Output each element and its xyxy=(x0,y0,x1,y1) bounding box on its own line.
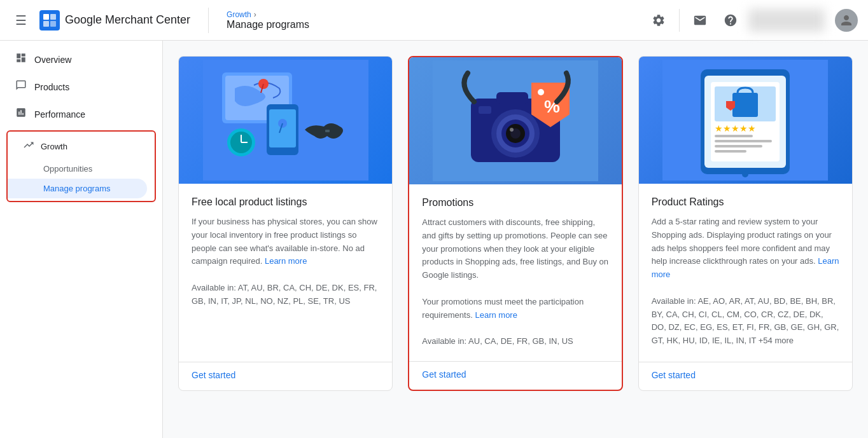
illustration-local xyxy=(179,57,392,184)
settings-button[interactable] xyxy=(646,8,671,33)
learn-more-link-local[interactable]: Learn more xyxy=(265,256,307,266)
help-button[interactable] xyxy=(718,8,743,33)
growth-icon xyxy=(23,139,34,154)
svg-text:★★★★★: ★★★★★ xyxy=(715,123,756,133)
mail-button[interactable] xyxy=(687,8,713,33)
growth-label: Growth xyxy=(41,142,67,151)
svg-rect-1 xyxy=(50,14,56,20)
breadcrumb-parent[interactable]: Growth xyxy=(227,10,251,19)
svg-point-39 xyxy=(742,171,748,177)
card-image-ratings: ★★★★★ xyxy=(639,57,852,184)
menu-icon[interactable]: ☰ xyxy=(10,8,32,33)
card-free-local: Free local product listings If your busi… xyxy=(178,56,393,391)
card-image-promotions: % xyxy=(409,57,621,184)
sidebar-item-manage-programs[interactable]: Manage programs xyxy=(8,179,147,198)
get-started-button-promotions[interactable]: Get started xyxy=(422,369,466,380)
svg-rect-37 xyxy=(715,145,762,147)
products-icon xyxy=(15,79,27,94)
header-right xyxy=(646,8,858,33)
app-header: ☰ Google Merchant Center Growth › Manage… xyxy=(0,0,868,41)
card-desc-promotions: Attract customers with discounts, free s… xyxy=(422,216,608,348)
header-left: ☰ Google Merchant Center Growth › Manage… xyxy=(10,8,309,33)
card-body-ratings: Product Ratings Add a 5-star rating and … xyxy=(639,184,852,362)
svg-rect-0 xyxy=(43,14,49,20)
svg-rect-15 xyxy=(325,130,330,132)
sidebar-item-products[interactable]: Products xyxy=(0,73,155,100)
card-footer-free-local: Get started xyxy=(179,362,392,390)
sidebar: Overview Products Performance xyxy=(0,41,163,438)
overview-icon xyxy=(15,52,27,67)
svg-point-26 xyxy=(538,89,544,95)
svg-rect-24 xyxy=(496,92,528,104)
card-body-free-local: Free local product listings If your busi… xyxy=(179,184,392,362)
card-product-ratings: ★★★★★ Product Ratings xyxy=(638,56,853,391)
sidebar-item-performance[interactable]: Performance xyxy=(0,100,155,128)
breadcrumb: Growth › Manage programs xyxy=(227,10,309,31)
card-title-promotions: Promotions xyxy=(422,197,608,209)
card-title-free-local: Free local product listings xyxy=(192,196,379,208)
header-icon-divider xyxy=(679,9,680,32)
card-title-ratings: Product Ratings xyxy=(652,196,839,208)
card-desc-ratings: Add a 5-star rating and review system to… xyxy=(652,216,839,349)
get-started-button-local[interactable]: Get started xyxy=(192,370,235,380)
card-desc-free-local: If your business has physical stores, yo… xyxy=(192,216,379,349)
breadcrumb-chevron-icon: › xyxy=(254,10,256,19)
main-content: Free local product listings If your busi… xyxy=(163,41,868,438)
logo-text: Google Merchant Center xyxy=(65,13,190,27)
svg-rect-3 xyxy=(50,21,56,27)
growth-section: Growth Opportunities Manage programs xyxy=(6,130,156,202)
svg-point-23 xyxy=(510,128,514,132)
illustration-ratings: ★★★★★ xyxy=(639,57,852,184)
card-footer-ratings: Get started xyxy=(639,362,852,390)
svg-rect-35 xyxy=(715,135,753,137)
logo-icon xyxy=(39,10,60,31)
card-image-free-local xyxy=(179,57,392,184)
svg-rect-38 xyxy=(715,150,746,153)
overview-label: Overview xyxy=(34,55,71,65)
svg-rect-25 xyxy=(479,106,491,114)
illustration-promotions: % xyxy=(409,57,621,184)
products-label: Products xyxy=(34,82,69,92)
cards-grid: Free local product listings If your busi… xyxy=(178,56,853,391)
svg-rect-36 xyxy=(715,140,772,142)
card-footer-promotions: Get started xyxy=(409,361,621,390)
logo: Google Merchant Center xyxy=(39,10,190,31)
get-started-button-ratings[interactable]: Get started xyxy=(652,370,696,380)
performance-icon xyxy=(15,107,27,121)
svg-rect-33 xyxy=(732,93,758,117)
card-promotions: % Promotions Attract customers with disc… xyxy=(408,56,622,391)
sidebar-item-opportunities[interactable]: Opportunities xyxy=(8,159,147,179)
sidebar-item-growth[interactable]: Growth xyxy=(8,134,155,159)
app-body: Overview Products Performance xyxy=(0,41,868,438)
manage-programs-label: Manage programs xyxy=(43,184,111,193)
sidebar-item-overview[interactable]: Overview xyxy=(0,46,155,73)
svg-rect-2 xyxy=(43,21,49,27)
breadcrumb-top: Growth › xyxy=(227,10,309,19)
header-divider xyxy=(208,8,209,33)
account-name-blur xyxy=(748,9,825,32)
card-body-promotions: Promotions Attract customers with discou… xyxy=(409,184,621,361)
avatar[interactable] xyxy=(835,9,858,32)
learn-more-link-promotions[interactable]: Learn more xyxy=(475,310,517,320)
opportunities-label: Opportunities xyxy=(43,164,92,174)
performance-label: Performance xyxy=(34,109,85,120)
page-title: Manage programs xyxy=(227,19,309,31)
svg-rect-9 xyxy=(269,109,296,147)
